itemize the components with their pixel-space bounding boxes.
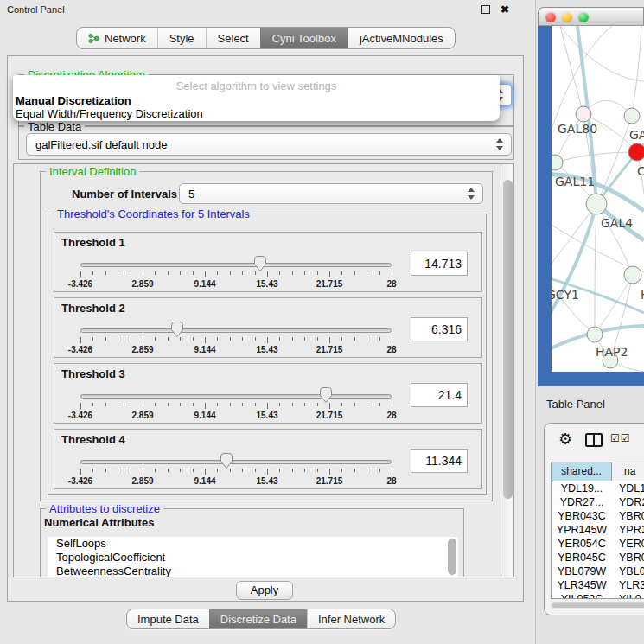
column-checkboxes[interactable]: ☑☑: [610, 432, 631, 444]
tab-style[interactable]: Style: [157, 28, 206, 48]
tab-cyni-toolbox[interactable]: Cyni Toolbox: [260, 28, 348, 48]
threshold-title: Threshold 2: [61, 302, 125, 315]
vertical-scrollbar[interactable]: [501, 164, 513, 577]
slider-tick-label: 2.859: [131, 279, 153, 289]
table-row[interactable]: YPR145W YPR1: [552, 523, 644, 537]
threshold-slider[interactable]: -3.4262.8599.14415.4321.71528: [80, 255, 392, 291]
slider-tick-label: -3.426: [68, 411, 92, 420]
slider-tick-label: 21.715: [316, 411, 343, 420]
column-header-shared[interactable]: shared...: [552, 462, 612, 481]
tab-network[interactable]: Network: [77, 28, 157, 48]
network-window-titlebar[interactable]: [538, 7, 644, 26]
list-item[interactable]: TopologicalCoefficient: [48, 551, 458, 564]
slider-track[interactable]: [80, 460, 392, 464]
slider-thumb[interactable]: [170, 321, 184, 338]
table-data-combobox[interactable]: galFiltered.sif default node: [26, 133, 512, 156]
slider-tick-label: 28: [386, 345, 396, 354]
table-header-row: shared... na: [552, 462, 644, 481]
tab-jactivemnodules[interactable]: jActiveMNodules: [348, 28, 455, 48]
group-title: Threshold's Coordinates for 5 Intervals: [54, 207, 253, 220]
menu-item-manual-discretization[interactable]: Manual Discretization: [13, 94, 500, 107]
checkbox-checked-icon[interactable]: ☑: [610, 432, 621, 444]
float-window-icon[interactable]: [481, 5, 490, 14]
network-node[interactable]: [628, 143, 644, 161]
threshold-panel: Threshold 4 11.344 -3.4262.8599.14415.43…: [54, 429, 482, 489]
tab-network-label: Network: [105, 32, 146, 45]
node-label: GCY1: [552, 288, 579, 302]
threshold-title: Threshold 3: [61, 367, 125, 380]
number-of-intervals-combobox[interactable]: 5: [179, 183, 483, 204]
checkbox-checked-icon[interactable]: ☑: [621, 432, 631, 444]
slider-track[interactable]: [80, 263, 392, 267]
gear-icon[interactable]: ⚙: [558, 430, 572, 448]
tab-impute-data[interactable]: Impute Data: [127, 609, 209, 628]
node-label: GAL11: [555, 175, 595, 188]
network-node[interactable]: [624, 266, 641, 284]
interval-definition-group: Interval Definition Number of Intervals …: [40, 171, 493, 501]
threshold-value-field[interactable]: 11.344: [411, 449, 468, 473]
threshold-panel: Threshold 3 21.4 -3.4262.8599.14415.4321…: [54, 363, 482, 424]
close-traffic-light-icon[interactable]: [545, 12, 556, 22]
tab-select[interactable]: Select: [206, 28, 260, 48]
column-header-name[interactable]: na: [612, 462, 644, 481]
slider-thumb[interactable]: [319, 386, 333, 404]
slider-thumb[interactable]: [220, 452, 233, 469]
table-row[interactable]: YDL19... YDL1: [552, 481, 644, 495]
slider-tick-label: 28: [386, 476, 396, 486]
attributes-group: Attributes to discretize Numerical Attri…: [40, 508, 464, 577]
table-row[interactable]: YIL052C YIL0: [552, 592, 644, 599]
table-row[interactable]: YER054C YER0: [552, 537, 644, 551]
node-label: GAL4: [601, 216, 633, 230]
vertical-scrollbar-thumb[interactable]: [503, 180, 513, 499]
numerical-attributes-list[interactable]: SelfLoopsTopologicalCoefficientBetweenne…: [48, 537, 458, 577]
node-label: H: [641, 288, 644, 302]
network-node[interactable]: [587, 327, 603, 342]
network-window-frame: GAL80GACGAL11GAL4GCY1HHAP2: [538, 26, 644, 386]
list-item[interactable]: BetweennessCentrality: [48, 564, 458, 577]
list-item[interactable]: SelfLoops: [48, 537, 458, 551]
slider-tick-label: 15.43: [256, 411, 277, 420]
minimize-traffic-light-icon[interactable]: [562, 12, 572, 22]
table-panel: ⚙ ☑☑ shared... na YDL19... YDL1 YDR27...…: [544, 423, 644, 615]
table-row[interactable]: YLR345W YLR3: [552, 578, 644, 592]
table-row[interactable]: YDR27... YDR2: [552, 495, 644, 509]
threshold-slider[interactable]: -3.4262.8599.14415.4321.71528: [80, 321, 392, 357]
threshold-value-field[interactable]: 21.4: [411, 383, 468, 407]
threshold-value-field[interactable]: 6.316: [411, 317, 468, 341]
tab-infer-network[interactable]: Infer Network: [307, 609, 395, 628]
horizontal-scrollbar-thumb[interactable]: [552, 603, 644, 608]
dropdown-hint: Select algorithm to view settings: [13, 80, 500, 92]
network-canvas[interactable]: GAL80GACGAL11GAL4GCY1HHAP2: [552, 26, 644, 372]
slider-track[interactable]: [80, 394, 392, 399]
settings-scroll-viewport: Interval Definition Number of Intervals …: [13, 163, 514, 577]
list-scrollbar-thumb[interactable]: [448, 539, 456, 575]
network-node[interactable]: [576, 106, 591, 122]
slider-track[interactable]: [80, 328, 392, 333]
node-label: GAL80: [558, 122, 597, 136]
table-data-group: Table Data galFiltered.sif default node: [18, 126, 514, 160]
threshold-value-field[interactable]: 14.713: [411, 252, 468, 276]
split-columns-icon[interactable]: [585, 433, 603, 447]
group-title: Interval Definition: [46, 165, 139, 178]
control-panel: Control Panel ✖ Network Style Select Cyn…: [0, 0, 536, 644]
table-row[interactable]: YBL079W YBL0: [552, 564, 644, 578]
network-node[interactable]: [624, 108, 640, 124]
tab-discretize-data[interactable]: Discretize Data: [209, 609, 307, 628]
threshold-slider[interactable]: -3.4262.8599.14415.4321.71528: [80, 386, 392, 423]
menu-item-equal-width-frequency[interactable]: Equal Width/Frequency Discretization: [13, 107, 500, 120]
table-row[interactable]: YBR045C YBR0: [552, 551, 644, 564]
network-node[interactable]: [586, 194, 607, 214]
slider-tick-label: 9.144: [194, 279, 215, 289]
zoom-traffic-light-icon[interactable]: [578, 12, 589, 22]
node-label: HAP2: [596, 345, 628, 359]
apply-button[interactable]: Apply: [236, 581, 293, 600]
close-icon[interactable]: ✖: [501, 3, 509, 16]
table-row[interactable]: YBR043C YBR0: [552, 509, 644, 523]
threshold-slider[interactable]: -3.4262.8599.14415.4321.71528: [80, 452, 392, 488]
algorithm-dropdown-popup: Select algorithm to view settings Manual…: [13, 75, 500, 121]
slider-thumb[interactable]: [253, 255, 267, 272]
horizontal-scrollbar[interactable]: [551, 602, 644, 609]
slider-tick-label: 21.715: [316, 345, 343, 354]
threshold-title: Threshold 4: [61, 433, 125, 446]
network-node[interactable]: [552, 155, 563, 170]
